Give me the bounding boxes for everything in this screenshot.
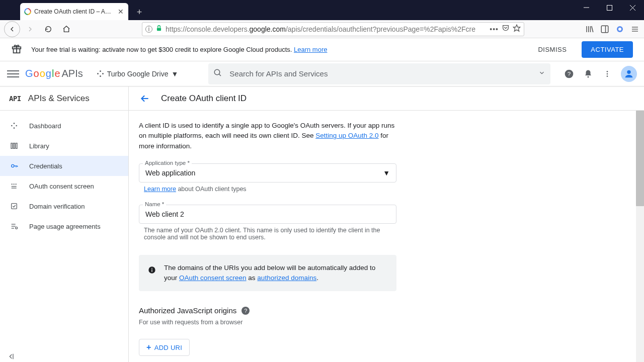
tab-favicon (24, 8, 31, 15)
chevron-down-icon[interactable] (538, 69, 545, 78)
menu-icon[interactable] (630, 24, 640, 34)
svg-point-25 (588, 76, 589, 77)
sidebar-item-domain-verification[interactable]: Domain verification (0, 196, 128, 216)
app-type-value: Web application (145, 169, 195, 177)
svg-point-38 (12, 164, 14, 167)
svg-rect-35 (11, 143, 13, 149)
consent-icon (9, 182, 19, 190)
bookmark-star-icon[interactable] (513, 24, 521, 34)
url-text: https://console.developers.google.com/ap… (166, 25, 487, 33)
svg-point-26 (607, 71, 608, 72)
sidebar-item-label: Dashboard (29, 122, 61, 130)
svg-rect-47 (12, 204, 17, 209)
svg-point-28 (607, 75, 608, 77)
authorized-domains-link[interactable]: authorized domains (257, 274, 316, 282)
section-title: APIs & Services (28, 94, 90, 104)
sidebar-item-label: Domain verification (29, 203, 85, 210)
search-icon (213, 68, 222, 79)
tab-close-icon[interactable]: ✕ (117, 8, 124, 15)
learn-more-link[interactable]: Learn more (144, 186, 176, 193)
svg-rect-2 (607, 5, 612, 10)
info-icon (148, 266, 156, 277)
new-tab-button[interactable]: + (132, 5, 146, 19)
app-type-select[interactable]: Web application ▼ (139, 163, 396, 183)
help-icon[interactable]: ? (242, 307, 250, 315)
dismiss-button[interactable]: DISMISS (532, 42, 573, 57)
sidebar-icon[interactable] (600, 24, 610, 34)
learn-more-link[interactable]: Learn more (294, 46, 327, 53)
sidebar-item-credentials[interactable]: Credentials (0, 156, 128, 176)
scrollbar-thumb[interactable] (636, 111, 644, 206)
window-close-icon[interactable] (621, 0, 644, 15)
lock-icon (155, 25, 163, 33)
svg-line-10 (592, 26, 593, 32)
project-icon (97, 70, 104, 77)
library-icon (9, 142, 19, 150)
activate-button[interactable]: ACTIVATE (582, 41, 633, 58)
notifications-icon[interactable] (583, 68, 594, 79)
svg-rect-37 (16, 143, 17, 149)
sidebar-item-page-usage[interactable]: Page usage agreements (0, 216, 128, 236)
sidebar-item-dashboard[interactable]: Dashboard (0, 116, 128, 136)
window-minimize-icon[interactable] (575, 0, 598, 15)
info-icon[interactable]: i (145, 26, 152, 33)
back-button[interactable] (4, 21, 20, 37)
app-header: Google APIs Turbo Google Drive ▼ Search … (0, 61, 644, 86)
forward-button[interactable] (22, 21, 38, 37)
svg-point-14 (618, 28, 621, 31)
project-name: Turbo Google Drive (107, 70, 169, 78)
svg-rect-11 (601, 26, 608, 33)
chevron-down-icon: ▼ (383, 169, 390, 177)
svg-text:?: ? (568, 70, 571, 77)
sidebar-item-library[interactable]: Library (0, 136, 128, 156)
svg-rect-5 (157, 28, 161, 31)
svg-point-33 (16, 125, 17, 127)
back-arrow-icon[interactable] (139, 94, 151, 104)
hamburger-menu-icon[interactable] (7, 68, 19, 80)
library-icon[interactable] (585, 24, 595, 34)
extension-icon[interactable] (615, 24, 625, 34)
window-maximize-icon[interactable] (598, 0, 621, 15)
account-avatar[interactable] (621, 66, 637, 82)
page-header: API APIs & Services Create OAuth client … (0, 86, 644, 111)
name-field: Name * Web client 2 The name of your OAu… (139, 205, 396, 241)
svg-point-34 (14, 127, 15, 129)
banner-text: Your free trial is waiting: activate now… (31, 46, 327, 53)
description-text: A client ID is used to identify a single… (139, 121, 396, 151)
google-apis-logo[interactable]: Google APIs (25, 68, 83, 79)
svg-point-27 (607, 73, 608, 74)
chevron-down-icon: ▼ (171, 70, 178, 78)
sidebar-item-oauth-consent[interactable]: OAuth consent screen (0, 176, 128, 196)
collapse-sidebar-icon[interactable] (7, 352, 15, 362)
browser-tab[interactable]: Create OAuth client ID – APIs & ✕ (20, 3, 128, 20)
svg-point-51 (16, 227, 18, 229)
svg-marker-6 (513, 25, 520, 31)
pocket-icon[interactable] (502, 24, 510, 34)
help-icon[interactable]: ? (564, 68, 575, 79)
gift-icon (11, 43, 22, 56)
reload-button[interactable] (40, 21, 56, 37)
main-content: A client ID is used to identify a single… (129, 111, 644, 362)
consent-screen-link[interactable]: OAuth consent screen (179, 274, 247, 282)
svg-rect-43 (14, 184, 15, 185)
setup-oauth-link[interactable]: Setting up OAuth 2.0 (315, 132, 378, 139)
search-bar[interactable]: Search for APIs and Services (208, 63, 550, 84)
browser-toolbar: i https://console.developers.google.com/… (0, 20, 644, 38)
home-button[interactable] (58, 21, 74, 37)
more-icon[interactable] (602, 68, 613, 79)
project-picker[interactable]: Turbo Google Drive ▼ (93, 68, 183, 80)
name-input[interactable]: Web client 2 (139, 205, 396, 224)
sidebar-item-label: Library (29, 142, 49, 150)
svg-point-32 (14, 123, 15, 124)
scrollbar-track[interactable] (636, 111, 644, 362)
info-callout: The domains of the URIs you add below wi… (139, 255, 396, 292)
page-actions-icon[interactable]: ••• (490, 25, 499, 33)
sidebar-header[interactable]: API APIs & Services (0, 86, 129, 110)
dashboard-icon (9, 122, 19, 130)
url-bar[interactable]: i https://console.developers.google.com/… (142, 22, 524, 36)
svg-point-55 (151, 268, 152, 269)
sidebar: Dashboard Library Credentials OAuth cons… (0, 111, 129, 362)
svg-point-29 (627, 70, 630, 73)
add-uri-button[interactable]: + ADD URI (139, 339, 190, 356)
app-type-help: Learn more about OAuth client types (139, 186, 396, 193)
